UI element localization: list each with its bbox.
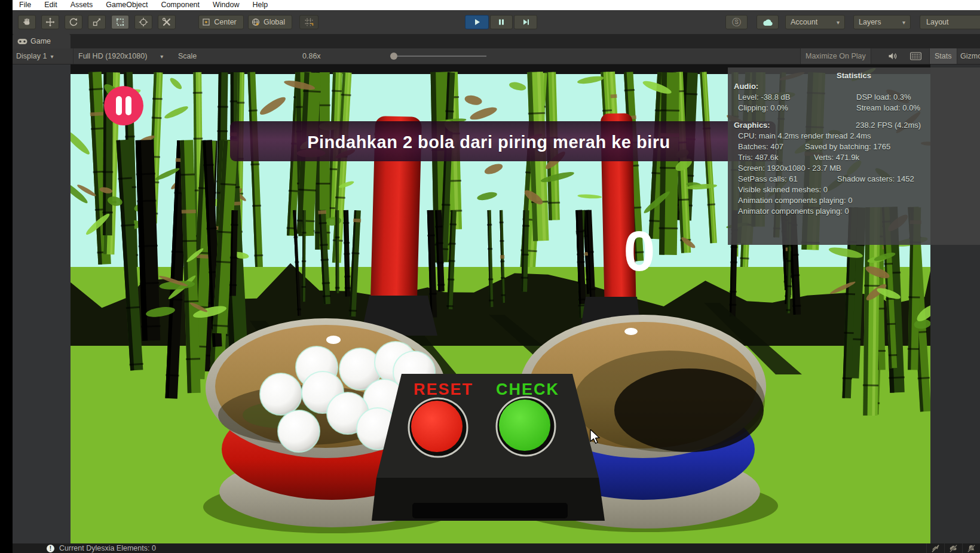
ball[interactable] [278,410,320,452]
stats-level: Level: -38.8 dB [734,92,856,103]
display-label: Display 1 [16,52,47,60]
resolution-dropdown[interactable]: Full HD (1920x1080) ▾ [73,48,163,64]
scale-icon [92,17,102,27]
check-button[interactable] [496,397,556,456]
cloud-services-button[interactable] [757,15,779,29]
display-dropdown[interactable]: Display 1 ▾ [16,48,53,64]
stats-clipping: Clipping: 0.0% [734,103,856,113]
menu-edit[interactable]: Edit [38,0,64,10]
account-dropdown[interactable]: Account ▾ [785,15,845,29]
vsync-capture-button[interactable] [906,48,924,64]
pause-toggle-button[interactable] [490,15,513,29]
stats-dsp: DSP load: 0.3% [856,92,911,103]
ball[interactable] [260,373,302,415]
version-control-button[interactable]: ⓢ [725,15,748,29]
pivot-center-label: Center [210,18,240,26]
plastic-scm-icon: ⓢ [732,17,741,28]
ball-counter: 0 [624,219,656,282]
menu-bar: File Edit Assets GameObject Component Wi… [13,0,980,10]
status-bar: ! Current Dylesxia Elements: 0 [13,543,980,553]
instruction-banner: Pindahkan 2 bola dari piring merah ke bi… [230,121,776,161]
menu-window[interactable]: Window [206,0,246,10]
menu-assets[interactable]: Assets [64,0,100,10]
status-message: Current Dylesxia Elements: 0 [59,544,156,552]
menu-gameobject[interactable]: GameObject [99,0,154,10]
pivot-global-label: Global [260,18,289,26]
stats-stream: Stream load: 0.0% [856,103,920,113]
stats-batches: Batches: 407 [738,142,805,152]
pivot-global-button[interactable]: Global [248,15,292,29]
scale-value: 0.86x [302,48,321,64]
custom-tool-button[interactable] [158,15,176,29]
mute-audio-button[interactable] [885,48,901,64]
wrench-hammer-icon [162,17,172,27]
signal-off-icon[interactable] [926,543,944,553]
layers-label: Layers [859,18,881,26]
move-tool-button[interactable] [41,15,59,29]
stats-audio-header: Audio: [734,81,974,92]
layout-dropdown[interactable]: Layout [920,15,980,29]
keyboard-grid-icon [910,52,921,60]
stats-graphics-header: Graphics: [734,120,856,131]
rect-tool-button[interactable] [111,15,129,29]
stats-verts: Verts: 471.9k [814,152,859,163]
notifications-off-icon[interactable] [962,543,980,553]
menu-help[interactable]: Help [246,0,274,10]
reset-button[interactable] [408,398,468,457]
scale-slider-knob[interactable] [390,53,397,60]
play-icon [473,18,481,26]
play-button[interactable] [465,15,489,29]
scale-label: Scale [178,48,197,64]
gamepad-icon [17,38,27,45]
info-icon: ! [47,545,54,552]
globe-icon [252,18,260,26]
gizmos-dropdown[interactable]: Gizmos [960,48,980,64]
reset-label: RESET [414,380,473,398]
pivot-center-button[interactable]: Center [198,15,244,29]
layout-label: Layout [926,18,949,26]
viewport-left-gutter [13,64,71,543]
rotate-tool-button[interactable] [65,15,82,29]
game-view-toolbar: Display 1 ▾ Full HD (1920x1080) ▾ Scale … [13,48,980,64]
rect-tool-icon [115,17,125,27]
stats-shadow: Shadow casters: 1452 [837,174,914,185]
check-label: CHECK [496,380,559,398]
tab-game-label: Game [30,37,51,45]
stats-saved: Saved by batching: 1765 [805,142,890,152]
scale-slider-track[interactable] [397,56,486,57]
statistics-panel: Statistics Audio: Level: -38.8 dB DSP lo… [728,67,980,245]
chevron-down-icon: ▾ [837,19,840,26]
control-box: RESET CHECK [372,374,605,521]
step-button[interactable] [514,15,537,29]
scale-tool-button[interactable] [88,15,106,29]
cloud-off-icon[interactable] [944,543,962,553]
speaker-icon [888,52,898,60]
menu-component[interactable]: Component [154,0,206,10]
layers-dropdown[interactable]: Layers ▾ [853,15,911,29]
chevron-down-icon: ▾ [902,19,905,26]
instruction-text: Pindahkan 2 bola dari piring merah ke bi… [307,133,670,152]
stats-skinned: Visible skinned meshes: 0 [734,185,974,195]
center-pivot-icon [202,18,210,26]
stats-setpass: SetPass calls: 61 [738,174,837,185]
transform-tool-button[interactable] [134,15,152,29]
menu-file[interactable]: File [13,0,38,10]
maximize-on-play-button[interactable]: Maximize On Play [800,48,871,64]
grid-snap-button[interactable] [299,15,318,29]
stats-animator: Animator components playing: 0 [734,206,974,217]
panel-tab-bar: Game [13,34,980,49]
move-icon [45,17,55,27]
rotate-icon [69,17,78,27]
step-icon [522,18,530,26]
grid-snap-icon [304,17,314,27]
resolution-label: Full HD (1920x1080) [78,52,147,60]
game-pause-button[interactable] [104,86,143,125]
stats-screen: Screen: 1920x1080 - 23.7 MB [734,163,974,174]
hand-tool-button[interactable] [18,15,36,29]
tab-game[interactable]: Game [13,34,71,48]
scale-slider[interactable] [201,48,300,64]
account-label: Account [791,18,817,26]
pause-icon [497,18,506,26]
stats-fps: 238.2 FPS (4.2ms) [856,120,921,131]
stats-toggle-button[interactable]: Stats [929,48,957,64]
